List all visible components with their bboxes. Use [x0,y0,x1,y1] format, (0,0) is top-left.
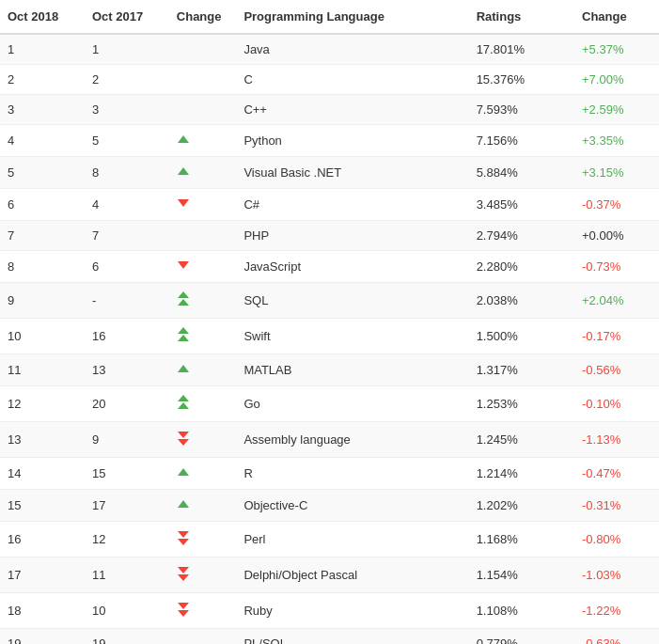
rank-oct2017: 6 [85,251,169,283]
rank-oct2018: 15 [0,490,85,522]
svg-marker-7 [178,335,189,341]
table-row: 15 17 Objective-C 1.202% -0.31% [0,490,659,522]
change-value: -1.03% [574,558,659,593]
table-header: Oct 2018 Oct 2017 Change Programming Lan… [0,0,659,34]
rank-oct2017: 1 [85,34,169,65]
table-row: 16 12 Perl 1.168% -0.80% [0,522,659,558]
rank-oct2018: 16 [0,522,85,558]
up-double-icon [177,291,190,307]
ratings-value: 1.154% [469,558,574,593]
rank-oct2018: 6 [0,189,85,221]
rank-change-icon [169,422,237,458]
rank-oct2017: 3 [85,95,169,125]
down-double-icon [177,430,190,447]
svg-marker-5 [178,299,189,306]
rank-oct2017: 16 [85,319,169,354]
ratings-value: 5.884% [469,157,574,189]
svg-marker-1 [178,167,189,175]
rank-oct2017: 5 [85,125,169,157]
change-value: -0.31% [574,490,659,522]
rank-change-icon [169,593,237,629]
rank-change-icon [169,221,237,251]
svg-marker-18 [178,567,189,573]
up-single-icon [177,497,190,510]
down-single-icon [177,259,190,272]
table-row: 19 19 PL/SQL 0.779% -0.63% [0,629,659,645]
language-name: C++ [236,95,468,125]
down-double-icon [177,565,190,582]
rank-oct2018: 8 [0,251,85,283]
change-value: -0.80% [574,522,659,558]
ratings-value: 7.593% [469,95,574,125]
down-double-icon [177,529,190,546]
svg-marker-17 [178,574,189,581]
change-value: +2.04% [574,283,659,319]
down-single-icon [177,196,190,210]
rank-change-icon [169,65,237,95]
rank-oct2017: 10 [85,593,169,629]
ratings-value: 1.253% [469,386,574,422]
rank-oct2018: 19 [0,629,85,645]
rank-oct2017: 15 [85,458,169,490]
rank-oct2018: 17 [0,558,85,593]
change-value: +7.00% [574,65,659,95]
rank-oct2018: 10 [0,319,85,354]
svg-marker-11 [178,439,189,446]
ratings-value: 3.485% [469,189,574,221]
language-name: Assembly language [236,422,468,458]
change-value: -0.63% [574,629,659,645]
svg-marker-4 [178,291,189,298]
language-name: SQL [236,283,468,319]
change-value: -0.56% [574,354,659,386]
rank-change-icon [169,629,237,645]
ratings-value: 1.214% [469,458,574,490]
change-value: +3.35% [574,125,659,157]
ratings-value: 1.168% [469,522,574,558]
ratings-value: 17.801% [469,34,574,65]
up-single-icon [177,133,190,146]
language-name: MATLAB [236,354,468,386]
language-name: PHP [236,221,468,251]
header-language: Programming Language [236,0,468,34]
language-name: Java [236,34,468,65]
rank-oct2017: 9 [85,422,169,458]
rank-oct2018: 11 [0,354,85,386]
table-row: 2 2 C 15.376% +7.00% [0,65,659,95]
header-oct2017: Oct 2017 [85,0,169,34]
rank-change-icon [169,319,237,354]
language-name: Swift [236,319,468,354]
table-row: 5 8 Visual Basic .NET 5.884% +3.15% [0,157,659,189]
language-name: PL/SQL [236,629,468,645]
up-single-icon [177,362,190,375]
svg-marker-10 [178,402,189,409]
header-oct2018: Oct 2018 [0,0,85,34]
ratings-value: 15.376% [469,65,574,95]
ratings-value: 2.038% [469,283,574,319]
svg-marker-19 [178,610,189,617]
rank-change-icon [169,251,237,283]
rank-oct2017: 19 [85,629,169,645]
change-value: -0.10% [574,386,659,422]
language-name: R [236,458,468,490]
rank-change-icon [169,125,237,157]
rank-oct2018: 18 [0,593,85,629]
change-value: +5.37% [574,34,659,65]
rank-oct2017: 11 [85,558,169,593]
change-value: -1.22% [574,593,659,629]
ratings-value: 2.280% [469,251,574,283]
rank-oct2017: - [85,283,169,319]
change-value: +3.15% [574,157,659,189]
table-row: 18 10 Ruby 1.108% -1.22% [0,593,659,629]
svg-marker-12 [178,432,189,438]
up-single-icon [177,465,190,479]
language-name: JavaScript [236,251,468,283]
language-name: Perl [236,522,468,558]
svg-marker-9 [178,395,189,401]
language-name: Ruby [236,593,468,629]
table-row: 3 3 C++ 7.593% +2.59% [0,95,659,125]
svg-marker-3 [178,261,189,269]
rank-oct2018: 4 [0,125,85,157]
table-row: 4 5 Python 7.156% +3.35% [0,125,659,157]
header-change2: Change [574,0,659,34]
change-value: -0.37% [574,189,659,221]
